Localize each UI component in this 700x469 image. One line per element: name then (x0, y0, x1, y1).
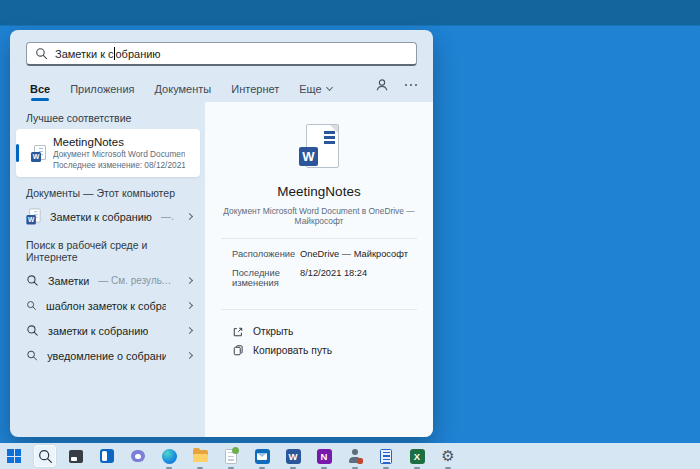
location-label: Расположение (232, 249, 300, 259)
notes-document-icon (225, 449, 237, 464)
start-icon (7, 449, 21, 463)
edge-icon (162, 449, 177, 464)
expand-result-button[interactable] (184, 325, 195, 336)
excel-button[interactable]: X (406, 445, 428, 467)
chevron-right-icon (186, 352, 193, 359)
task-view-icon (69, 450, 83, 463)
widgets-button[interactable] (96, 445, 118, 467)
search-suggestion-row[interactable]: уведомление о собрании (10, 343, 205, 368)
search-flyout-panel: Заметки к собранию Все Приложения Докуме… (10, 30, 433, 437)
people-icon (348, 449, 362, 463)
word-button[interactable]: W (282, 445, 304, 467)
todo-button[interactable] (375, 445, 397, 467)
search-icon (26, 299, 37, 312)
result-preview-pane: W MeetingNotes Документ Microsoft Word D… (205, 102, 433, 437)
onenote-icon: N (317, 449, 332, 464)
word-document-icon: W (26, 208, 40, 224)
search-results-list: Лучшее соответствие W MeetingNotes Докум… (10, 102, 205, 437)
people-button[interactable] (344, 445, 366, 467)
modified-value: 8/12/2021 18:24 (300, 268, 367, 288)
file-explorer-icon (193, 450, 208, 462)
word-document-icon: W (31, 145, 46, 162)
search-icon (38, 449, 53, 464)
outlook-icon (255, 449, 270, 464)
edge-button[interactable] (158, 445, 180, 467)
excel-icon: X (410, 449, 425, 464)
todo-icon (380, 449, 392, 464)
location-value: OneDrive — Майкрософт (300, 249, 408, 259)
start-button[interactable] (3, 445, 25, 467)
best-match-modified: Последнее изменение: 08/12/2021, 18:24 (53, 160, 185, 171)
more-options-icon[interactable] (405, 84, 418, 87)
widgets-icon (100, 449, 114, 463)
file-explorer-button[interactable] (189, 445, 211, 467)
chat-button[interactable] (127, 445, 149, 467)
tab-web[interactable]: Интернет (231, 83, 279, 95)
word-document-icon: W (299, 124, 339, 172)
expand-result-button[interactable] (184, 300, 195, 311)
preview-subtitle: Документ Microsoft Word Document в OneDr… (205, 206, 433, 226)
search-suggestion-row[interactable]: заметки к собранию (10, 318, 205, 343)
notes-document-button[interactable] (220, 445, 242, 467)
chevron-right-icon (186, 327, 193, 334)
search-icon (35, 47, 48, 60)
chat-icon (131, 450, 145, 462)
best-match-title: MeetingNotes (53, 136, 185, 149)
tab-all[interactable]: Все (30, 83, 50, 95)
onenote-button[interactable]: N (313, 445, 335, 467)
chevron-right-icon (186, 302, 193, 309)
settings-gear-icon: ⚙ (441, 449, 454, 464)
search-icon (26, 274, 39, 287)
best-match-header: Лучшее соответствие (26, 112, 189, 124)
word-icon: W (286, 449, 301, 464)
location-row: Расположение OneDrive — Майкрософт (232, 249, 433, 259)
open-external-icon (232, 326, 244, 338)
search-filter-tabs: Все Приложения Документы Интернет Еще (30, 78, 421, 100)
web-section-header: Поиск в рабочей среде и Интернете (26, 239, 189, 263)
search-input[interactable]: Заметки к собранию (26, 42, 417, 66)
preview-title: MeetingNotes (277, 184, 360, 199)
expand-result-button[interactable] (184, 350, 195, 361)
tab-documents[interactable]: Документы (155, 83, 212, 95)
search-suggestion-row[interactable]: Заметки — См. результаты поиска в ... (10, 268, 205, 293)
search-query-text: Заметки к собранию (55, 47, 161, 60)
documents-section-header: Документы — Этот компьютер (26, 187, 189, 199)
search-icon (26, 349, 38, 362)
account-icon[interactable] (375, 78, 389, 92)
best-match-result[interactable]: W MeetingNotes Документ Microsoft Word D… (16, 129, 200, 177)
search-suggestion-row[interactable]: шаблон заметок к собранию (10, 293, 205, 318)
expand-result-button[interactable] (184, 211, 195, 222)
document-result-row[interactable]: W Заметки к собранию — в Документах (10, 204, 205, 229)
task-view-button[interactable] (65, 445, 87, 467)
chevron-down-icon (326, 84, 333, 91)
settings-button[interactable]: ⚙ (437, 445, 459, 467)
search-icon (26, 324, 39, 337)
taskbar: W N X ⚙ (0, 443, 700, 469)
modified-row: Последние изменения 8/12/2021 18:24 (232, 268, 433, 288)
outlook-button[interactable] (251, 445, 273, 467)
modified-label: Последние изменения (232, 268, 300, 288)
search-taskbar-button[interactable] (34, 445, 56, 467)
copy-icon (232, 345, 244, 357)
open-action[interactable]: Открыть (232, 322, 433, 341)
chevron-right-icon (186, 277, 193, 284)
expand-result-button[interactable] (184, 275, 195, 286)
chevron-right-icon (186, 213, 193, 220)
best-match-subtitle: Документ Microsoft Word Document в OneDr… (53, 149, 185, 160)
copy-path-action[interactable]: Копировать путь (232, 341, 433, 360)
tab-more[interactable]: Еще (299, 83, 331, 95)
tab-apps[interactable]: Приложения (70, 83, 134, 95)
